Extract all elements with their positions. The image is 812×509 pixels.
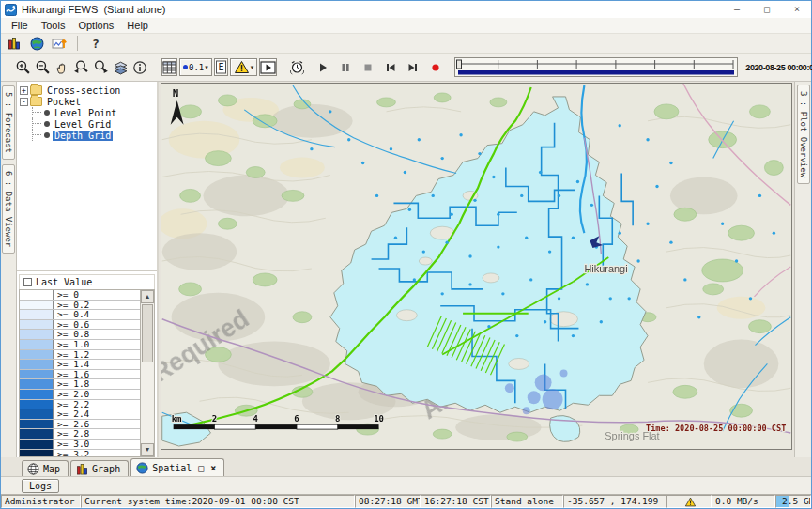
warning-icon bbox=[234, 60, 250, 74]
maximize-button[interactable]: □ bbox=[764, 1, 770, 18]
help-button[interactable]: ? bbox=[86, 35, 105, 53]
threshold-warning-dropdown[interactable]: ▾ bbox=[230, 58, 258, 76]
tab-close-icon[interactable]: × bbox=[210, 463, 216, 473]
status-bar: Administrator Current system time:2020-0… bbox=[1, 494, 811, 508]
bar-stats-icon bbox=[8, 37, 22, 51]
zoom-in-button[interactable] bbox=[14, 58, 32, 76]
close-button[interactable]: × bbox=[794, 1, 800, 18]
map-display-button[interactable] bbox=[27, 35, 46, 53]
info-icon bbox=[132, 60, 147, 75]
menu-help[interactable]: Help bbox=[120, 18, 155, 34]
grid-display-button[interactable] bbox=[161, 58, 177, 76]
status-warning bbox=[666, 495, 712, 508]
tree-item-level-grid[interactable]: Level Grid bbox=[20, 118, 157, 130]
legend-swatch bbox=[20, 290, 54, 300]
legend-scrollbar[interactable]: ▲ ▼ bbox=[140, 290, 154, 456]
legend-row-label: >= 2.6 bbox=[54, 420, 89, 429]
tree-item-label: Depth Grid bbox=[53, 131, 113, 141]
menu-tools[interactable]: Tools bbox=[35, 18, 72, 34]
legend-swatch bbox=[20, 340, 54, 349]
stop-button[interactable] bbox=[360, 58, 375, 76]
folder-icon bbox=[30, 85, 42, 95]
timeline-slider[interactable] bbox=[454, 57, 738, 77]
bullet-icon bbox=[44, 110, 50, 116]
animation-settings-button[interactable] bbox=[288, 58, 306, 76]
globe-icon bbox=[30, 37, 44, 51]
tab-data-viewer[interactable]: 6 : Data Viewer bbox=[2, 164, 15, 254]
scroll-up-button[interactable]: ▲ bbox=[141, 290, 154, 303]
menu-options[interactable]: Options bbox=[71, 18, 120, 34]
minimize-button[interactable]: — bbox=[734, 1, 740, 18]
tree-item-depth-grid[interactable]: Depth Grid bbox=[20, 130, 157, 141]
tree-item-label: Pocket bbox=[45, 97, 83, 107]
step-back-button[interactable] bbox=[383, 58, 398, 76]
timeline-track bbox=[455, 58, 737, 76]
last-value-checkbox[interactable] bbox=[23, 278, 32, 286]
logs-row: Logs bbox=[1, 476, 811, 494]
data-editor-button[interactable] bbox=[50, 35, 69, 53]
tab-spatial[interactable]: Spatial □ × bbox=[130, 458, 224, 476]
tab-forecast[interactable]: 5 : Forecast bbox=[2, 85, 15, 160]
svg-text:km: km bbox=[172, 414, 182, 424]
zoom-next-icon bbox=[93, 59, 109, 75]
info-button[interactable] bbox=[131, 58, 148, 76]
legend-swatch bbox=[20, 420, 54, 429]
legend-row-label: >= 2.4 bbox=[54, 409, 89, 419]
timeline-handle[interactable] bbox=[457, 60, 462, 69]
threshold-dropdown[interactable]: 0.1 ▾ bbox=[179, 58, 212, 76]
tree-item-cross-section[interactable]: + Cross-section bbox=[20, 85, 157, 96]
collapse-minus-icon[interactable]: - bbox=[20, 98, 28, 106]
svg-text:6: 6 bbox=[294, 414, 299, 424]
threshold-dot-icon bbox=[183, 65, 188, 69]
tree-item-level-point[interactable]: Level Point bbox=[20, 107, 157, 118]
globe-wireframe-icon bbox=[27, 463, 39, 475]
tab-label: Graph bbox=[92, 464, 120, 474]
town-label: Hikurangi bbox=[584, 263, 627, 274]
record-button[interactable] bbox=[428, 58, 443, 76]
tree-item-pocket[interactable]: - Pocket bbox=[20, 96, 157, 107]
layers-icon bbox=[113, 59, 129, 75]
movie-player-button[interactable] bbox=[259, 58, 277, 76]
tab-restore-icon[interactable]: □ bbox=[198, 463, 204, 473]
layers-button[interactable] bbox=[112, 58, 130, 76]
animation-clock-icon bbox=[289, 59, 305, 75]
scrollbar-track[interactable] bbox=[141, 363, 154, 443]
legend-row-label: >= 0.8 bbox=[54, 330, 89, 339]
legend-swatch bbox=[20, 379, 54, 389]
map-view[interactable]: API Key Required API Key Required bbox=[161, 83, 793, 457]
tab-plot-overview[interactable]: 3 : Plot Overview bbox=[797, 85, 810, 184]
left-dock-strip: 5 : Forecast 6 : Data Viewer bbox=[1, 82, 17, 457]
menu-file[interactable]: File bbox=[5, 18, 35, 34]
legend-row: >= 2.0 bbox=[20, 390, 140, 400]
warning-icon bbox=[684, 497, 697, 507]
legend-swatch bbox=[20, 450, 54, 457]
scrollbar-thumb[interactable] bbox=[142, 304, 153, 362]
skip-to-start-icon bbox=[384, 61, 397, 74]
tree-connector bbox=[32, 107, 44, 118]
system-monitor-button[interactable] bbox=[5, 35, 23, 53]
pan-button[interactable] bbox=[54, 58, 70, 76]
pause-button[interactable] bbox=[338, 58, 353, 76]
map-canvas[interactable]: API Key Required API Key Required bbox=[161, 83, 792, 450]
label-e-icon: E bbox=[215, 60, 227, 74]
tree-item-label: Cross-section bbox=[45, 85, 122, 96]
legend-swatch bbox=[20, 310, 54, 319]
label-display-button[interactable]: E bbox=[214, 58, 228, 76]
legend-swatch bbox=[20, 370, 54, 379]
main-area: 5 : Forecast 6 : Data Viewer + Cross-sec… bbox=[1, 82, 811, 457]
tab-map[interactable]: Map bbox=[22, 460, 69, 476]
step-forward-button[interactable] bbox=[406, 58, 421, 76]
zoom-previous-button[interactable] bbox=[72, 58, 90, 76]
legend-row-label: >= 2.8 bbox=[54, 429, 89, 439]
zoom-next-button[interactable] bbox=[92, 58, 110, 76]
zoom-out-button[interactable] bbox=[34, 58, 52, 76]
play-button[interactable] bbox=[315, 58, 330, 76]
expand-plus-icon[interactable]: + bbox=[20, 86, 28, 95]
logs-button[interactable]: Logs bbox=[22, 479, 59, 493]
status-user: Administrator bbox=[1, 495, 81, 508]
scroll-down-button[interactable]: ▼ bbox=[141, 443, 154, 456]
legend-swatch bbox=[20, 409, 54, 419]
legend-swatch bbox=[20, 320, 54, 330]
tab-graph[interactable]: Graph bbox=[70, 460, 129, 476]
bar-chart-icon bbox=[76, 463, 88, 475]
